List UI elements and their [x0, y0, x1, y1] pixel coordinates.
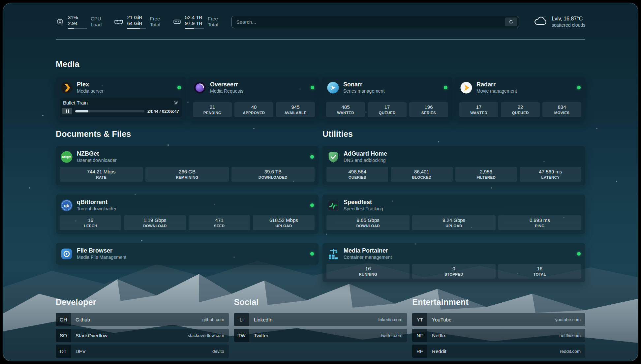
- stat-label: RATE: [61, 175, 141, 179]
- radarr-name[interactable]: Radarr: [476, 81, 517, 88]
- bookmark-url: twitter.com: [381, 333, 407, 338]
- stat-wanted: 485 WANTED: [326, 102, 365, 117]
- stat-downloaded: 39.6 TB DOWNLOADED: [231, 167, 315, 182]
- stat-label: QUERIES: [328, 175, 387, 179]
- bookmark-name: Github: [71, 317, 90, 322]
- plex-subtitle: Media server: [77, 88, 104, 94]
- bookmark-github[interactable]: GH Github github.com: [56, 313, 229, 326]
- svg-text:qb: qb: [64, 203, 69, 208]
- plex-card[interactable]: Plex Media server Bullet Train: [56, 77, 186, 121]
- stat-running: 16 RUNNING: [326, 264, 410, 279]
- stat-label: SERIES: [411, 111, 447, 115]
- bookmark-stackoverflow[interactable]: SO StackOverflow stackoverflow.com: [56, 329, 229, 342]
- stat-label: STOPPED: [413, 272, 494, 276]
- stat-wanted: 17 WANTED: [459, 102, 498, 117]
- stat-remaining: 266 GB REMAINING: [145, 167, 229, 182]
- developer-heading: Developer: [56, 297, 229, 307]
- bookmark-abbr: RE: [412, 345, 427, 358]
- radarr-card[interactable]: Radarr Movie management 17 WANTED 22 QUE…: [455, 77, 585, 121]
- filebrowser-name[interactable]: File Browser: [77, 247, 126, 254]
- search-provider-button[interactable]: G: [505, 17, 517, 26]
- portainer-name[interactable]: Media Portainer: [344, 247, 392, 254]
- svg-text:nzbget: nzbget: [62, 155, 71, 159]
- stat-available: 945 AVAILABLE: [276, 102, 315, 117]
- stat-value: 86,401: [392, 168, 451, 175]
- stat-value: 0: [413, 265, 494, 272]
- bookmark-youtube[interactable]: YT YouTube youtube.com: [412, 313, 585, 326]
- bookmark-linkedin[interactable]: LI LinkedIn linkedin.com: [234, 313, 407, 326]
- overseerr-card[interactable]: Overseerr Media Requests 21 PENDING 40 A…: [189, 77, 319, 121]
- documents-heading: Documents & Files: [56, 129, 319, 139]
- search-bar[interactable]: G: [231, 16, 519, 28]
- disk-progress-bar: [185, 28, 204, 29]
- stat-label: PING: [500, 224, 580, 228]
- stat-label: PENDING: [194, 111, 230, 115]
- bookmark-url: dev.to: [212, 349, 229, 354]
- entertainment-bookmarks: Entertainment YT YouTube youtube.com NF …: [412, 297, 585, 358]
- cpu-label-1: CPU: [91, 16, 102, 22]
- stat-queries: 498,564 QUERIES: [326, 167, 388, 182]
- stat-label: AVAILABLE: [277, 111, 314, 115]
- bookmark-name: StackOverflow: [71, 333, 107, 338]
- stat-download: 1.19 Gbps DOWNLOAD: [124, 215, 186, 230]
- bookmark-abbr: DT: [56, 345, 71, 358]
- stat-value: 17: [369, 104, 405, 110]
- filebrowser-status-dot: [310, 252, 314, 256]
- disk-total-value: 97.9 TB: [185, 20, 204, 26]
- filebrowser-card[interactable]: File Browser Media File Management: [56, 243, 319, 265]
- stat-label: RUNNING: [328, 272, 408, 276]
- speedtest-card[interactable]: Speedtest Speedtest Tracking 9.65 Gbps D…: [322, 195, 585, 234]
- bookmark-abbr: NF: [412, 329, 427, 342]
- qbittorrent-card[interactable]: qb qBittorrent Torrent downloader 16 LEE…: [56, 195, 319, 234]
- cpu-widget: 31% 2.94 CPU Load: [56, 15, 102, 29]
- bookmark-dev[interactable]: DT DEV dev.to: [56, 345, 229, 358]
- portainer-card[interactable]: Media Portainer Container management 16 …: [322, 243, 585, 282]
- cpu-usage-value: 31%: [68, 15, 87, 20]
- nzbget-card[interactable]: nzbget NZBGet Usenet downloader 744.21 M…: [56, 146, 319, 185]
- search-input[interactable]: [236, 19, 505, 25]
- bookmark-twitter[interactable]: TW Twitter twitter.com: [234, 329, 407, 342]
- bookmark-abbr: GH: [56, 313, 71, 326]
- speedtest-name[interactable]: Speedtest: [344, 199, 383, 206]
- overseerr-subtitle: Media Requests: [210, 88, 243, 94]
- memory-widget: 21 GiB 64 GiB Free Total: [114, 15, 160, 29]
- memory-label-1: Free: [150, 16, 160, 22]
- gear-icon[interactable]: [173, 100, 178, 105]
- bookmark-netflix[interactable]: NF Netflix netflix.com: [412, 329, 585, 342]
- overseerr-name[interactable]: Overseerr: [210, 81, 243, 88]
- stat-queued: 22 QUEUED: [501, 102, 540, 117]
- qbittorrent-name[interactable]: qBittorrent: [77, 199, 116, 206]
- nzbget-subtitle: Usenet downloader: [77, 158, 117, 163]
- bookmark-name: Twitter: [249, 333, 268, 338]
- nzbget-icon: nzbget: [60, 151, 73, 163]
- social-bookmarks: Social LI LinkedIn linkedin.com TW Twitt…: [234, 297, 407, 358]
- sonarr-card[interactable]: Sonarr Series management 485 WANTED 17 Q…: [322, 77, 452, 121]
- memory-progress-bar: [127, 28, 146, 29]
- playback-progress-bar[interactable]: [75, 110, 144, 112]
- adguard-card[interactable]: AdGuard Home DNS and adblocking 498,564 …: [322, 146, 585, 185]
- pause-button[interactable]: [62, 108, 72, 114]
- disk-label-1: Free: [208, 16, 218, 22]
- media-heading: Media: [56, 59, 585, 69]
- sonarr-name[interactable]: Sonarr: [343, 81, 384, 88]
- nzbget-status-dot: [310, 155, 314, 159]
- stat-label: QUEUED: [369, 111, 405, 115]
- now-playing-title: Bullet Train: [63, 100, 88, 106]
- plex-name[interactable]: Plex: [77, 81, 104, 88]
- stat-label: WANTED: [327, 111, 364, 115]
- weather-widget[interactable]: Lviv, 16.87°C scattered clouds: [534, 15, 585, 28]
- adguard-name[interactable]: AdGuard Home: [344, 150, 387, 157]
- adguard-subtitle: DNS and adblocking: [344, 158, 387, 163]
- qbittorrent-status-dot: [310, 203, 314, 207]
- bookmark-reddit[interactable]: RE Reddit reddit.com: [412, 345, 585, 358]
- nzbget-name[interactable]: NZBGet: [77, 150, 117, 157]
- qbittorrent-subtitle: Torrent downloader: [77, 206, 116, 212]
- portainer-subtitle: Container management: [344, 255, 392, 260]
- stat-label: LEECH: [61, 224, 120, 228]
- stat-label: MOVIES: [544, 111, 580, 115]
- stat-leech: 16 LEECH: [60, 215, 121, 230]
- stat-seed: 471 SEED: [189, 215, 250, 230]
- dashboard-window: 31% 2.94 CPU Load: [0, 0, 641, 364]
- overseerr-icon: [194, 81, 206, 94]
- disk-label-2: Total: [208, 22, 218, 28]
